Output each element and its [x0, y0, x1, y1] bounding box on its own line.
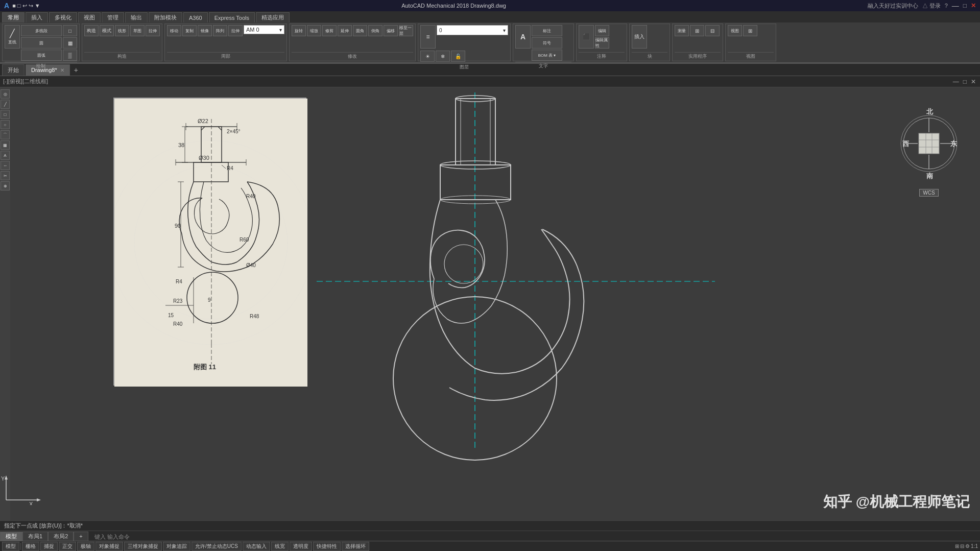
block-insert-icon[interactable]: 插入 [632, 25, 647, 49]
pull-icon[interactable]: 拉伸 [146, 25, 160, 36]
left-tool-7[interactable]: A [1, 151, 10, 160]
status-otrack-btn[interactable]: 对象追踪 [163, 542, 190, 551]
rotate-icon[interactable]: 旋转 [292, 25, 306, 36]
mirror-icon[interactable]: 镜像 [198, 25, 212, 36]
tab-layout2[interactable]: 布局2 [48, 532, 74, 541]
login-button[interactable]: △ 登录 [922, 2, 941, 10]
close-button[interactable]: ✕ [971, 2, 976, 9]
tab-express[interactable]: Express Tools [209, 12, 255, 22]
help-icon[interactable]: ? [945, 3, 948, 9]
edit-attrib-icon[interactable]: 编辑 [595, 25, 609, 36]
view-icon[interactable]: 视图 [728, 25, 742, 36]
layer-lock-icon[interactable]: 🔓 [451, 51, 465, 62]
construction-icon[interactable]: 构造 [84, 25, 99, 36]
left-tool-6[interactable]: ▦ [1, 140, 10, 150]
tab-insert[interactable]: 插入 [26, 12, 48, 22]
status-snap-btn[interactable]: 捕捉 [40, 542, 58, 551]
status-icon-2[interactable]: ⊟ [960, 543, 964, 549]
tab-a360[interactable]: A360 [183, 12, 208, 22]
utility2-icon[interactable]: ⊟ [705, 25, 720, 36]
left-tool-10[interactable]: ⊕ [1, 181, 10, 190]
status-osnap-btn[interactable]: 对象捕捉 [95, 542, 123, 551]
linetype-icon[interactable]: 线形 [115, 25, 129, 36]
chamfer-icon[interactable]: 倒角 [368, 25, 383, 36]
status-qprops-btn[interactable]: 快捷特性 [313, 542, 341, 551]
svg-line-3 [201, 127, 205, 130]
bom-icon[interactable]: BOM 表 ▾ [532, 50, 562, 61]
edit-attrib2-icon[interactable]: 编辑属性 [595, 37, 609, 49]
layer-freeze-icon[interactable]: ❄ [436, 51, 450, 62]
svg-rect-5 [194, 162, 228, 182]
left-tool-1[interactable]: ◎ [1, 89, 10, 99]
tab-new-layout[interactable]: + [74, 532, 88, 541]
viewport-icon[interactable]: ⊞ [743, 25, 757, 36]
layer-dropdown[interactable]: 0 ▾ [437, 25, 508, 35]
stretch-icon[interactable]: 拉伸 [228, 25, 243, 36]
arc-icon[interactable]: 圆弧 [21, 50, 62, 61]
move-single-icon[interactable]: 移至一层 [399, 25, 413, 36]
left-tool-9[interactable]: ✂ [1, 171, 10, 180]
gradient-icon[interactable]: ▒ [63, 50, 77, 61]
am-dropdown[interactable]: AM 0 ▾ [244, 25, 284, 34]
fillet-icon[interactable]: 圆角 [353, 25, 367, 36]
quick-access-toolbar[interactable]: ■ □ ↩ ↪ ▼ [12, 3, 40, 9]
line-tool-icon[interactable]: ╱直线 [5, 25, 20, 49]
left-tool-2[interactable]: ╱ [1, 100, 10, 109]
tab-manage[interactable]: 管理 [102, 12, 124, 22]
symbol-icon[interactable]: 符号 [532, 37, 562, 49]
status-ducs-btn[interactable]: 允许/禁止动态UCS [192, 542, 242, 551]
status-trans-btn[interactable]: 透明度 [290, 542, 312, 551]
status-polar-btn[interactable]: 极轴 [77, 542, 94, 551]
dimension-icon[interactable]: 标注 [532, 25, 562, 36]
viewport-close-btn[interactable]: ✕ [970, 78, 977, 85]
tab-annotate[interactable]: 多视化 [49, 12, 77, 22]
mode-icon[interactable]: 模式 [100, 25, 114, 36]
status-icon-1[interactable]: ⊞ [955, 543, 959, 549]
text-icon[interactable]: A [515, 25, 531, 49]
status-3dosnap-btn[interactable]: 三维对象捕捉 [124, 542, 162, 551]
layer-properties-icon[interactable]: ≡ [420, 25, 436, 49]
status-icon-3[interactable]: ⚙ [965, 543, 970, 549]
tab-regular[interactable]: 常用 [2, 12, 25, 22]
left-toolbar: ◎ ╱ □ ○ ⌒ ▦ A ↔ ✂ ⊕ [0, 87, 10, 526]
left-tool-5[interactable]: ⌒ [1, 130, 10, 139]
tab-model[interactable]: 模型 [0, 532, 22, 541]
status-grid-btn[interactable]: 栅格 [22, 542, 39, 551]
tab-output[interactable]: 输出 [125, 12, 148, 22]
minimize-button[interactable]: — [952, 2, 959, 10]
layer-on-icon[interactable]: ☀ [420, 51, 435, 62]
insert-icon[interactable]: ⬛ [579, 25, 594, 49]
offset-icon[interactable]: 偏移 [384, 25, 398, 36]
left-tool-4[interactable]: ○ [1, 120, 10, 129]
scale-icon[interactable]: 缩放 [307, 25, 321, 36]
left-tool-8[interactable]: ↔ [1, 161, 10, 170]
tab-layout1[interactable]: 布局1 [22, 532, 48, 541]
utility1-icon[interactable]: ⊞ [690, 25, 704, 36]
viewport-minimize-btn[interactable]: — [952, 78, 960, 85]
viewport-maximize-btn[interactable]: □ [962, 78, 968, 85]
am-dropdown-arrow[interactable]: ▾ [279, 27, 282, 33]
status-dynin-btn[interactable]: 动态输入 [243, 542, 270, 551]
main-viewport[interactable]: ◎ ╱ □ ○ ⌒ ▦ A ↔ ✂ ⊕ [0, 87, 980, 526]
status-ortho-btn[interactable]: 正交 [59, 542, 76, 551]
svg-marker-68 [37, 498, 41, 501]
trim-icon[interactable]: 修剪 [322, 25, 337, 36]
tab-addins[interactable]: 附加模块 [149, 12, 182, 22]
hatch-icon[interactable]: ▦ [63, 37, 77, 49]
sketch-icon[interactable]: 草图 [130, 25, 145, 36]
status-selcycle-btn[interactable]: 选择循环 [342, 542, 369, 551]
move-icon[interactable]: 移动 [167, 25, 181, 36]
circle-icon[interactable]: 圆 [21, 37, 62, 49]
copy-icon[interactable]: 复制 [182, 25, 197, 36]
maximize-button[interactable]: □ [963, 2, 967, 9]
tab-view[interactable]: 视图 [78, 12, 101, 22]
measure-icon[interactable]: 测量 [675, 25, 689, 36]
polyline-icon[interactable]: 多线段 [21, 25, 62, 36]
status-model-btn[interactable]: 模型 [2, 542, 19, 551]
extend-icon[interactable]: 延伸 [338, 25, 352, 36]
status-lw-btn[interactable]: 线宽 [271, 542, 289, 551]
left-tool-3[interactable]: □ [1, 110, 10, 119]
rect-icon[interactable]: □ [63, 25, 77, 36]
tab-featured[interactable]: 精选应用 [256, 12, 290, 22]
array-icon[interactable]: 阵列 [213, 25, 227, 36]
